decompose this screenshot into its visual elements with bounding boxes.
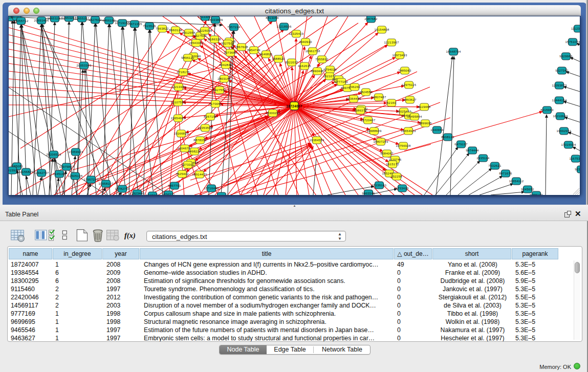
svg-text:16671355: 16671355 bbox=[127, 23, 142, 26]
svg-text:12444154: 12444154 bbox=[552, 99, 567, 102]
svg-text:1588520: 1588520 bbox=[272, 57, 285, 60]
svg-text:17957225: 17957225 bbox=[83, 178, 98, 181]
svg-text:13218506: 13218506 bbox=[276, 25, 291, 28]
svg-text:20364436: 20364436 bbox=[346, 97, 361, 100]
svg-text:17016504: 17016504 bbox=[561, 143, 576, 146]
svg-text:10807487: 10807487 bbox=[371, 96, 386, 99]
svg-text:1615172: 1615172 bbox=[386, 163, 399, 166]
svg-text:252254: 252254 bbox=[391, 175, 402, 178]
svg-text:9245652: 9245652 bbox=[521, 188, 534, 191]
svg-text:9242848: 9242848 bbox=[219, 63, 232, 67]
svg-text:19654923: 19654923 bbox=[401, 129, 416, 133]
svg-text:8471676: 8471676 bbox=[499, 172, 512, 175]
svg-text:7632621: 7632621 bbox=[488, 164, 502, 167]
svg-text:746266: 746266 bbox=[349, 85, 360, 89]
svg-text:8267150: 8267150 bbox=[204, 115, 217, 118]
svg-text:8990448: 8990448 bbox=[311, 70, 324, 73]
svg-text:62160: 62160 bbox=[387, 101, 397, 104]
svg-text:16107553: 16107553 bbox=[170, 101, 185, 104]
svg-text:2803144: 2803144 bbox=[217, 77, 231, 80]
svg-text:7625402: 7625402 bbox=[176, 172, 189, 176]
svg-text:9245012: 9245012 bbox=[146, 194, 159, 195]
svg-text:1733426: 1733426 bbox=[396, 187, 409, 190]
svg-text:16782759: 16782759 bbox=[115, 187, 129, 190]
svg-text:15716485: 15716485 bbox=[204, 187, 219, 190]
svg-text:2867608: 2867608 bbox=[235, 46, 248, 49]
svg-text:7485063: 7485063 bbox=[398, 69, 411, 72]
svg-text:7386372: 7386372 bbox=[354, 109, 367, 112]
svg-text:17359924: 17359924 bbox=[68, 150, 83, 154]
svg-text:19756928: 19756928 bbox=[396, 144, 410, 147]
svg-text:19384554: 19384554 bbox=[309, 139, 324, 142]
svg-text:18807249: 18807249 bbox=[373, 140, 388, 143]
svg-text:18724007: 18724007 bbox=[286, 104, 302, 108]
svg-text:9896121: 9896121 bbox=[181, 56, 194, 59]
svg-text:19692971: 19692971 bbox=[556, 129, 571, 133]
svg-text:6479197: 6479197 bbox=[454, 143, 468, 146]
svg-text:8454749: 8454749 bbox=[247, 49, 260, 52]
svg-text:10653287: 10653287 bbox=[47, 17, 62, 20]
svg-text:8427552: 8427552 bbox=[213, 89, 226, 92]
svg-text:9234509: 9234509 bbox=[575, 168, 580, 171]
svg-text:11325419: 11325419 bbox=[289, 32, 304, 35]
svg-text:19654925: 19654925 bbox=[170, 117, 185, 120]
svg-text:9327508: 9327508 bbox=[221, 42, 234, 45]
svg-text:1498222: 1498222 bbox=[188, 150, 201, 153]
svg-text:12942737: 12942737 bbox=[34, 171, 49, 174]
svg-text:2340910: 2340910 bbox=[299, 40, 312, 43]
svg-text:7515526: 7515526 bbox=[143, 25, 156, 28]
svg-text:20053346: 20053346 bbox=[76, 64, 91, 67]
svg-text:6794028: 6794028 bbox=[323, 68, 337, 71]
svg-text:4162615: 4162615 bbox=[298, 64, 311, 68]
svg-text:7357224: 7357224 bbox=[227, 26, 241, 29]
svg-text:15751074: 15751074 bbox=[565, 40, 580, 43]
svg-text:16495844: 16495844 bbox=[407, 115, 422, 118]
svg-text:10655287: 10655287 bbox=[74, 17, 89, 20]
svg-text:16154808: 16154808 bbox=[374, 28, 389, 31]
svg-text:9227342: 9227342 bbox=[555, 69, 569, 72]
svg-text:12923445: 12923445 bbox=[129, 192, 144, 195]
svg-text:16210643: 16210643 bbox=[553, 115, 568, 118]
svg-text:16648794: 16648794 bbox=[446, 50, 461, 53]
svg-text:12353594: 12353594 bbox=[198, 126, 212, 129]
svg-text:16543362: 16543362 bbox=[188, 41, 203, 45]
svg-text:9146821: 9146821 bbox=[259, 53, 273, 56]
svg-text:8878352: 8878352 bbox=[193, 139, 207, 142]
svg-text:9119468: 9119468 bbox=[418, 105, 430, 108]
svg-text:2935114: 2935114 bbox=[476, 157, 489, 160]
svg-text:1167533: 1167533 bbox=[569, 157, 580, 160]
svg-text:9465546: 9465546 bbox=[362, 192, 375, 195]
svg-text:3915911: 3915911 bbox=[9, 169, 19, 172]
svg-text:12213967: 12213967 bbox=[384, 41, 399, 44]
svg-text:9777169: 9777169 bbox=[335, 80, 348, 83]
svg-text:9857791: 9857791 bbox=[168, 184, 181, 187]
svg-text:8660124: 8660124 bbox=[169, 29, 182, 32]
svg-text:9899695: 9899695 bbox=[419, 122, 432, 125]
svg-text:20206516: 20206516 bbox=[46, 153, 61, 156]
svg-text:12975115: 12975115 bbox=[402, 83, 417, 86]
svg-text:18300295: 18300295 bbox=[265, 112, 280, 115]
svg-text:1527602: 1527602 bbox=[89, 18, 102, 21]
svg-text:9084067: 9084067 bbox=[380, 152, 394, 155]
svg-text:11156829: 11156829 bbox=[19, 170, 34, 173]
svg-text:12505135: 12505135 bbox=[68, 174, 82, 178]
svg-text:1640954: 1640954 bbox=[430, 128, 444, 132]
svg-text:9656312: 9656312 bbox=[162, 193, 175, 195]
svg-text:6466160: 6466160 bbox=[102, 19, 116, 22]
svg-text:9255100: 9255100 bbox=[530, 193, 543, 195]
svg-text:11123450: 11123450 bbox=[571, 27, 580, 30]
svg-text:4170061: 4170061 bbox=[209, 102, 222, 105]
svg-text:12093873: 12093873 bbox=[552, 84, 567, 87]
svg-text:23226058: 23226058 bbox=[197, 29, 212, 32]
svg-text:f(x): f(x) bbox=[124, 231, 136, 240]
svg-text:16033809: 16033809 bbox=[208, 18, 223, 21]
svg-text:3824554: 3824554 bbox=[359, 91, 373, 94]
svg-text:8215953: 8215953 bbox=[540, 108, 554, 112]
svg-text:8813054: 8813054 bbox=[266, 16, 279, 19]
svg-text:8186328: 8186328 bbox=[208, 38, 221, 41]
svg-text:12923446: 12923446 bbox=[214, 194, 229, 195]
svg-text:2718176: 2718176 bbox=[177, 71, 190, 74]
svg-text:19166825: 19166825 bbox=[173, 132, 188, 135]
svg-text:1145194: 1145194 bbox=[53, 172, 66, 176]
svg-text:2087682: 2087682 bbox=[364, 17, 378, 20]
